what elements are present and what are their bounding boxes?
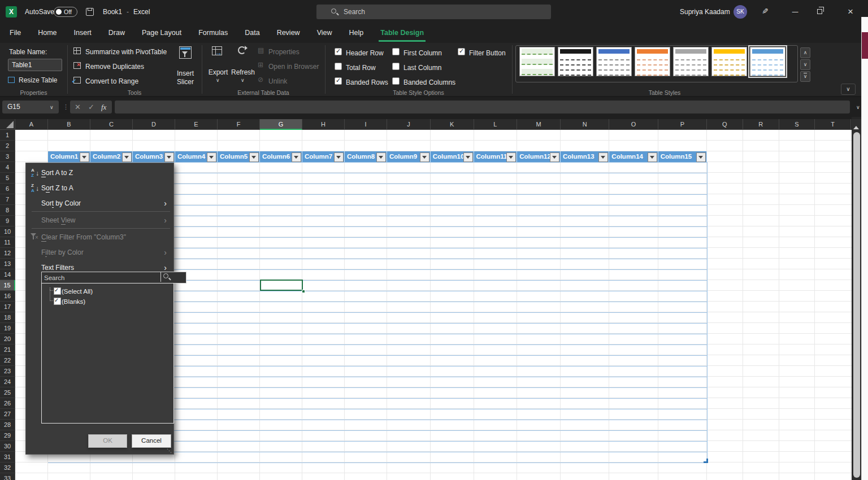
filter-dropdown-button-column12[interactable] xyxy=(550,152,559,162)
checkbox-banded-columns[interactable]: Banded Columns xyxy=(392,77,457,87)
fill-handle[interactable] xyxy=(302,290,305,293)
checkbox-header-row[interactable]: Header Row xyxy=(335,47,400,58)
tab-page-layout[interactable]: Page Layout xyxy=(133,24,190,42)
row-header-27[interactable]: 27 xyxy=(0,409,15,420)
table-header-column9[interactable]: Column9 xyxy=(387,151,431,162)
column-header-N[interactable]: N xyxy=(561,119,609,130)
column-header-P[interactable]: P xyxy=(658,119,707,130)
tab-formulas[interactable]: Formulas xyxy=(190,24,236,42)
tab-draw[interactable]: Draw xyxy=(100,24,133,42)
tab-review[interactable]: Review xyxy=(268,24,309,42)
row-header-18[interactable]: 18 xyxy=(0,312,15,323)
column-header-M[interactable]: M xyxy=(517,119,561,130)
menu-item-sort-z-to-a[interactable]: ZA↓Sort Z to A xyxy=(26,181,173,196)
column-header-K[interactable]: K xyxy=(431,119,474,130)
column-header-L[interactable]: L xyxy=(474,119,518,130)
column-header-D[interactable]: D xyxy=(133,119,175,130)
filter-dropdown-button-column14[interactable] xyxy=(648,152,657,162)
row-header-19[interactable]: 19 xyxy=(0,323,15,334)
column-header-H[interactable]: H xyxy=(302,119,345,130)
row-header-15[interactable]: 15 xyxy=(0,280,15,291)
menu-item-sort-by-color[interactable]: Sort by Color› xyxy=(26,196,173,211)
row-header-28[interactable]: 28 xyxy=(0,420,15,430)
row-header-26[interactable]: 26 xyxy=(0,398,15,409)
row-header-14[interactable]: 14 xyxy=(0,269,15,280)
row-header-10[interactable]: 10 xyxy=(0,226,15,237)
filter-dropdown-button-column9[interactable] xyxy=(420,152,429,162)
tab-file[interactable]: File xyxy=(1,24,29,42)
table-header-column6[interactable]: Column6 xyxy=(260,151,302,162)
column-header-O[interactable]: O xyxy=(609,119,658,130)
formula-input[interactable] xyxy=(115,101,850,114)
tab-help[interactable]: Help xyxy=(341,24,372,42)
filter-dropdown-button-column11[interactable] xyxy=(506,152,516,162)
table-header-column15[interactable]: Column15 xyxy=(658,151,707,162)
column-header-I[interactable]: I xyxy=(345,119,387,130)
convert-to-range-button[interactable]: ↙Convert to Range xyxy=(73,76,198,87)
table-style-swatch-black[interactable] xyxy=(558,47,593,76)
column-header-T[interactable]: T xyxy=(815,119,851,130)
filter-dropdown-button-column8[interactable] xyxy=(376,152,386,162)
checkbox-banded-rows[interactable]: Banded Rows xyxy=(335,77,400,87)
row-header-30[interactable]: 30 xyxy=(0,441,15,452)
filter-search-button[interactable] xyxy=(160,272,172,282)
ink-pen-icon[interactable]: ✎ xyxy=(762,7,769,16)
table-header-column10[interactable]: Column10 xyxy=(431,151,474,162)
row-header-8[interactable]: 8 xyxy=(0,205,15,216)
filter-dropdown-button-column5[interactable] xyxy=(249,152,259,162)
row-header-31[interactable]: 31 xyxy=(0,452,15,462)
column-header-J[interactable]: J xyxy=(387,119,431,130)
column-header-B[interactable]: B xyxy=(48,119,90,130)
insert-function-icon[interactable]: fx xyxy=(101,101,106,114)
column-header-Q[interactable]: Q xyxy=(707,119,743,130)
row-header-13[interactable]: 13 xyxy=(0,259,15,269)
row-header-1[interactable]: 1 xyxy=(0,130,15,141)
table-header-column4[interactable]: Column4 xyxy=(175,151,218,162)
row-header-21[interactable]: 21 xyxy=(0,344,15,355)
scrollbar-thumb[interactable] xyxy=(853,132,860,478)
filter-dropdown-button-column1[interactable] xyxy=(80,152,89,162)
row-header-12[interactable]: 12 xyxy=(0,248,15,259)
row-header-6[interactable]: 6 xyxy=(0,184,15,194)
row-header-11[interactable]: 11 xyxy=(0,237,15,248)
remove-duplicates-button[interactable]: ×Remove Duplicates xyxy=(73,61,198,72)
column-header-E[interactable]: E xyxy=(175,119,218,130)
column-header-F[interactable]: F xyxy=(218,119,260,130)
minimize-button[interactable]: ─ xyxy=(787,0,804,24)
table-style-swatch-gold[interactable] xyxy=(711,47,747,76)
table-style-swatch-light-green[interactable] xyxy=(519,47,555,76)
row-header-16[interactable]: 16 xyxy=(0,291,15,302)
row-header-2[interactable]: 2 xyxy=(0,141,15,151)
search-box[interactable]: Search xyxy=(316,5,551,19)
cancel-entry-icon[interactable]: ✕ xyxy=(75,101,81,114)
table-style-swatch-dark-blue[interactable] xyxy=(596,47,632,76)
checkbox-filter-button[interactable]: Filter Button xyxy=(458,47,523,58)
select-all-corner[interactable] xyxy=(0,119,15,130)
vertical-scrollbar[interactable] xyxy=(852,119,861,480)
row-header-9[interactable]: 9 xyxy=(0,216,15,226)
column-header-G[interactable]: G xyxy=(260,119,302,130)
value-checkbox-selectall[interactable] xyxy=(54,287,61,295)
row-header-20[interactable]: 20 xyxy=(0,334,15,344)
column-header-C[interactable]: C xyxy=(90,119,133,130)
summarize-with-pivottable-button[interactable]: Summarize with PivotTable xyxy=(73,46,198,58)
row-header-33[interactable]: 33 xyxy=(0,473,15,480)
table-header-column14[interactable]: Column14 xyxy=(609,151,658,162)
ok-button[interactable]: OK xyxy=(88,434,127,448)
row-header-25[interactable]: 25 xyxy=(0,387,15,398)
filter-dropdown-button-column10[interactable] xyxy=(463,152,473,162)
gallery-scroll-down-button[interactable]: ∨ xyxy=(800,59,810,70)
table-header-column13[interactable]: Column13 xyxy=(561,151,609,162)
restore-button[interactable] xyxy=(817,9,822,14)
menu-item-sort-a-to-z[interactable]: AZ↓Sort A to Z xyxy=(26,165,173,181)
row-header-32[interactable]: 32 xyxy=(0,462,15,473)
save-icon[interactable] xyxy=(86,8,94,16)
table-style-swatch-blue[interactable] xyxy=(750,47,785,76)
row-header-3[interactable]: 3 xyxy=(0,151,15,162)
formula-bar-expand-chevron[interactable]: ∨ xyxy=(856,105,860,110)
tab-insert[interactable]: Insert xyxy=(66,24,100,42)
tab-view[interactable]: View xyxy=(309,24,341,42)
column-header-A[interactable]: A xyxy=(15,119,48,130)
table-header-column12[interactable]: Column12 xyxy=(517,151,561,162)
menu-resize-grip[interactable]: ⋱ xyxy=(167,448,172,453)
